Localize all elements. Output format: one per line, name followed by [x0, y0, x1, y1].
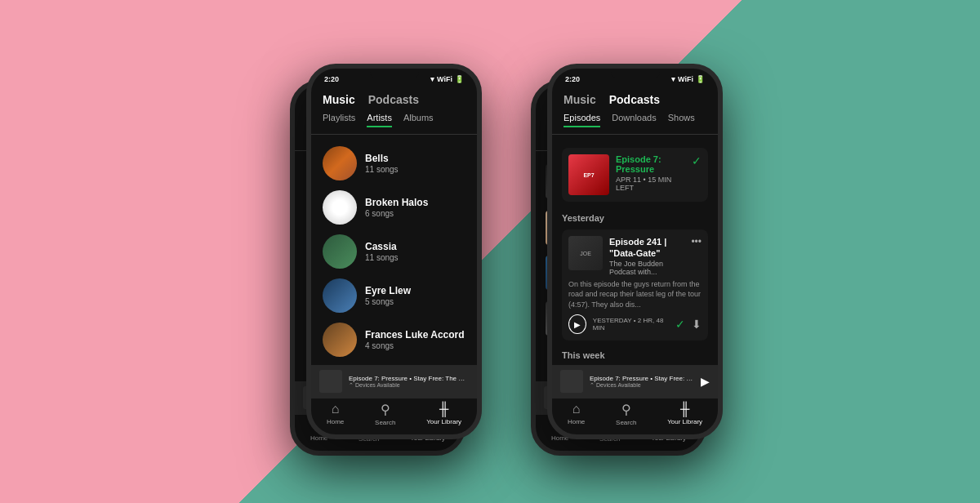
- nav-podcasts[interactable]: Podcasts: [609, 93, 660, 106]
- search-nav-item[interactable]: ⚲ Search: [375, 402, 395, 426]
- nav-music[interactable]: Music: [323, 93, 355, 106]
- nav-music[interactable]: Music: [564, 93, 596, 106]
- home-nav-item[interactable]: ⌂ Home: [568, 402, 585, 426]
- sub-shows[interactable]: Shows: [668, 113, 695, 127]
- nav-podcasts[interactable]: Podcasts: [368, 93, 419, 106]
- list-item[interactable]: Frances Luke Accord 4 songs: [311, 318, 477, 362]
- search-icon: ⚲: [381, 402, 390, 417]
- check-icon: ✓: [675, 318, 685, 331]
- main-container: 2:19 ▾ WiFi 🔋 Music Podcasts Playlists A…: [0, 0, 980, 503]
- artist-songs: 11 songs: [365, 165, 466, 174]
- section-header: This week: [552, 345, 718, 362]
- episode-meta: APR 11 • 15 MIN LEFT: [616, 176, 685, 192]
- right-phone-pair: 2:20 ▾ WiFi 🔋 Music Podcasts Episodes Do…: [498, 64, 723, 439]
- artist-avatar: [323, 190, 357, 225]
- artist-avatar: [323, 146, 357, 180]
- library-nav-item[interactable]: ╫ Your Library: [426, 402, 461, 426]
- mini-player[interactable]: Episode 7: Pressure • Stay Free: The Sto…: [311, 365, 477, 398]
- sub-artists[interactable]: Artists: [367, 113, 392, 127]
- artist-songs: 4 songs: [365, 341, 466, 350]
- artists-content: Bells 11 songs Broken Halos 6 songs: [311, 135, 477, 365]
- mini-player-thumb: [319, 370, 342, 393]
- home-icon: ⌂: [332, 402, 340, 416]
- artist-avatar: [323, 323, 357, 357]
- episodes-content: EP7 Episode 7: Pressure APR 11 • 15 MIN …: [552, 135, 718, 365]
- nav-tabs-episodes: Music Podcasts: [552, 87, 718, 109]
- artist-avatar: [323, 234, 357, 269]
- section-header: Yesterday: [552, 208, 718, 225]
- artist-name: Broken Halos: [365, 197, 466, 208]
- episode-desc: On this episode the guys return from the…: [568, 279, 702, 310]
- mini-player[interactable]: Episode 7: Pressure • Stay Free: The Sto…: [552, 365, 718, 398]
- search-icon: ⚲: [621, 402, 631, 417]
- mini-player-title: Episode 7: Pressure • Stay Free: The Sto…: [349, 375, 469, 382]
- episode-title: Episode 241 | "Data-Gate": [609, 236, 684, 260]
- artist-name: Frances Luke Accord: [365, 329, 466, 341]
- status-icons: ▾ WiFi 🔋: [430, 75, 464, 83]
- featured-episode[interactable]: EP7 Episode 7: Pressure APR 11 • 15 MIN …: [562, 148, 708, 202]
- home-icon: ⌂: [572, 402, 581, 416]
- sub-tabs-artists: Playlists Artists Albums: [311, 109, 477, 135]
- artist-name: Cassia: [365, 241, 466, 252]
- list-item[interactable]: Bells 11 songs: [311, 141, 477, 185]
- download-icon[interactable]: ⬇: [692, 318, 702, 331]
- episode-thumb-sm: JOE: [568, 236, 603, 270]
- status-time: 2:20: [324, 75, 339, 83]
- episode-time: YESTERDAY • 2 HR, 48 MIN: [593, 317, 669, 332]
- mini-player-sub: ⌃ Devices Available: [349, 382, 469, 389]
- artist-avatar: [323, 278, 357, 313]
- mini-player-thumb: [560, 370, 583, 393]
- mini-player-title: Episode 7: Pressure • Stay Free: The Sto…: [590, 375, 694, 382]
- library-icon: ╫: [439, 402, 448, 416]
- library-nav-item[interactable]: ╫ Your Library: [667, 402, 702, 426]
- sub-albums[interactable]: Albums: [403, 113, 434, 127]
- artist-songs: 11 songs: [365, 253, 466, 262]
- episode-title: Episode 7: Pressure: [616, 154, 685, 174]
- episode-controls: ▶ YESTERDAY • 2 HR, 48 MIN ✓ ⬇: [568, 314, 702, 334]
- status-time: 2:20: [565, 75, 580, 83]
- episode-thumb: EP7: [568, 154, 609, 195]
- status-icons: ▾ WiFi 🔋: [671, 75, 705, 83]
- episode-source: The Joe Budden Podcast with...: [609, 260, 684, 276]
- episode-item[interactable]: JOE Episode 241 | "Data-Gate" The Joe Bu…: [562, 229, 708, 341]
- bottom-nav: ⌂ Home ⚲ Search ╫ Your Library: [552, 398, 718, 434]
- sub-downloads[interactable]: Downloads: [612, 113, 656, 127]
- artist-songs: 6 songs: [365, 209, 466, 218]
- mini-player-sub: ⌃ Devices Available: [590, 382, 694, 389]
- play-button[interactable]: ▶: [568, 314, 586, 334]
- list-item[interactable]: Cassia 11 songs: [311, 229, 477, 274]
- nav-tabs-artists: Music Podcasts: [311, 87, 477, 109]
- phone-artists: 2:20 ▾ WiFi 🔋 Music Podcasts Playlists A…: [306, 64, 482, 439]
- library-icon: ╫: [680, 402, 689, 416]
- list-item[interactable]: Eyre Llew 5 songs: [311, 274, 477, 318]
- artist-name: Eyre Llew: [365, 285, 466, 296]
- sub-playlists[interactable]: Playlists: [323, 113, 355, 127]
- more-icon[interactable]: •••: [691, 236, 702, 247]
- list-item[interactable]: Broken Halos 6 songs: [311, 185, 477, 229]
- search-nav-item[interactable]: ⚲ Search: [616, 402, 636, 426]
- play-button[interactable]: ▶: [701, 375, 710, 388]
- home-nav-item[interactable]: ⌂ Home: [327, 402, 344, 426]
- bottom-nav: ⌂ Home ⚲ Search ╫ Your Library: [311, 398, 477, 434]
- sub-tabs-episodes: Episodes Downloads Shows: [552, 109, 718, 135]
- sub-episodes[interactable]: Episodes: [564, 113, 600, 127]
- artist-name: Bells: [365, 153, 466, 164]
- artist-songs: 5 songs: [365, 297, 466, 306]
- check-icon: ✓: [692, 154, 702, 167]
- phone-episodes: 2:20 ▾ WiFi 🔋 Music Podcasts Episodes Do…: [547, 64, 723, 439]
- left-phone-pair: 2:19 ▾ WiFi 🔋 Music Podcasts Playlists A…: [257, 64, 482, 439]
